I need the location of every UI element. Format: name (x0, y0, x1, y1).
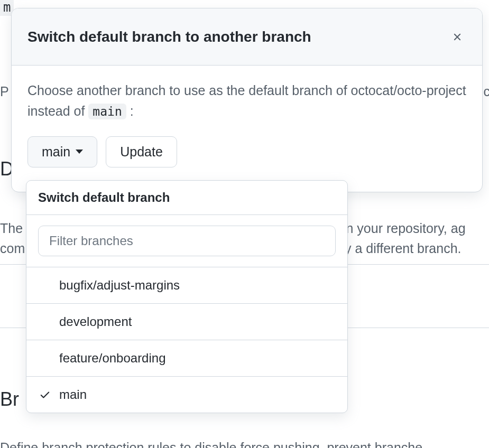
popover-header: Switch default branch (26, 181, 347, 215)
close-button[interactable] (448, 28, 466, 46)
background-text-fragment: The (0, 218, 26, 239)
switch-default-branch-dialog: Switch default branch to another branch … (11, 8, 483, 192)
branch-item[interactable]: main (26, 377, 347, 413)
check-icon (39, 389, 51, 400)
controls-row: main Update (27, 136, 466, 167)
dialog-body: Choose another branch to use as the defa… (12, 66, 482, 178)
branch-item[interactable]: development (26, 304, 347, 340)
branch-name: main (59, 387, 87, 402)
close-icon (451, 31, 463, 43)
dialog-header: Switch default branch to another branch (12, 8, 482, 66)
background-text-fragment: com (0, 238, 25, 259)
filter-branches-input[interactable] (38, 226, 336, 256)
background-text-fragment: P (0, 81, 9, 102)
branch-select-button[interactable]: main (27, 136, 97, 167)
branch-item[interactable]: bugfix/adjust-margins (26, 267, 347, 304)
dialog-description: Choose another branch to use as the defa… (27, 80, 466, 122)
dialog-title: Switch default branch to another branch (27, 29, 311, 45)
dialog-description-suffix: : (126, 104, 134, 118)
caret-down-icon (76, 150, 83, 154)
popover-filter-row (26, 215, 347, 267)
branch-list: bugfix/adjust-margins development featur… (26, 267, 347, 413)
branch-name: feature/onboarding (59, 351, 166, 366)
branch-name: development (59, 314, 132, 329)
branch-item[interactable]: feature/onboarding (26, 340, 347, 377)
branch-selected-indicator (38, 389, 52, 400)
update-button-label: Update (120, 144, 163, 160)
background-text-fragment: in your repository, ag (339, 218, 466, 239)
branch-select-label: main (42, 144, 70, 160)
current-branch-code: main (88, 104, 126, 119)
update-button[interactable]: Update (106, 136, 177, 167)
background-text-fragment: y a different branch. (345, 238, 462, 259)
branch-dropdown-popover: Switch default branch bugfix/adjust-marg… (26, 180, 348, 413)
background-heading-fragment: Br (0, 385, 19, 414)
background-text-fragment: Define branch protection rules to disabl… (0, 437, 422, 448)
background-text-fragment: c (484, 81, 490, 102)
branch-name: bugfix/adjust-margins (59, 278, 180, 293)
